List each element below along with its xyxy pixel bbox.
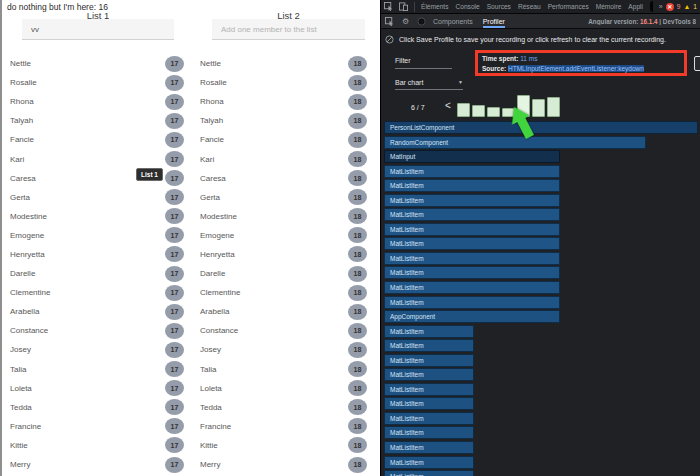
member-row[interactable]: Josey17 xyxy=(2,340,192,359)
member-row[interactable]: Talyah17 xyxy=(2,111,192,130)
member-row[interactable]: Nettle18 xyxy=(192,54,382,73)
flame-bar-appcomponent[interactable]: AppComponent xyxy=(384,310,560,323)
member-row[interactable]: Rosalie17 xyxy=(2,73,192,92)
member-row[interactable]: Talia17 xyxy=(2,360,192,379)
flame-bar-matlistitem[interactable]: MatListItem xyxy=(384,179,560,192)
tab-angular[interactable]: Angular xyxy=(650,1,653,12)
flame-bar-matlistitem[interactable]: MatListItem xyxy=(384,426,474,439)
previous-frame-button[interactable]: < xyxy=(445,100,451,111)
flame-bar-matlistitem[interactable]: MatListItem xyxy=(384,339,474,352)
error-icon[interactable]: ✕ xyxy=(666,3,674,11)
tab-performances[interactable]: Performances xyxy=(548,3,589,10)
tab-réseau[interactable]: Réseau xyxy=(518,3,541,10)
member-row[interactable]: Clementine17 xyxy=(2,283,192,302)
flame-bar-matlistitem[interactable]: MatListItem xyxy=(384,281,560,294)
member-row[interactable]: Gerta18 xyxy=(192,188,382,207)
flame-bar-matlistitem[interactable]: MatListItem xyxy=(384,456,474,469)
warning-icon[interactable]: ▲ xyxy=(683,3,690,10)
member-row[interactable]: Modestine18 xyxy=(192,207,382,226)
tab-mémoire[interactable]: Mémoire xyxy=(596,3,622,10)
flame-bar-matlistitem[interactable]: MatListItem xyxy=(384,441,474,454)
member-row[interactable]: Josey18 xyxy=(192,340,382,359)
flame-bar-matlistitem[interactable]: MatListItem xyxy=(384,194,560,207)
member-row[interactable]: Nettle17 xyxy=(2,54,192,73)
flame-bar-matlistitem[interactable]: MatListItem xyxy=(384,397,474,410)
member-row[interactable]: Tedda17 xyxy=(2,398,192,417)
member-row[interactable]: Constance18 xyxy=(192,321,382,340)
flame-bar-matlistitem[interactable]: MatListItem xyxy=(384,223,560,236)
list1-input[interactable] xyxy=(22,19,174,40)
member-row[interactable]: Emogene18 xyxy=(192,226,382,245)
gear-icon[interactable]: ⚙ xyxy=(401,17,410,26)
member-row[interactable]: Fancie18 xyxy=(192,130,382,149)
member-row[interactable]: Merry18 xyxy=(192,455,382,474)
member-row[interactable]: Tedda18 xyxy=(192,398,382,417)
chart-type-select[interactable]: Bar chart ▼ xyxy=(395,79,463,90)
flame-bar-matlistitem[interactable]: MatListItem xyxy=(384,208,560,221)
flame-bar-matlistitem[interactable]: MatListItem xyxy=(384,237,560,250)
member-row[interactable]: Loleta17 xyxy=(2,379,192,398)
frame-thumbnail-6[interactable] xyxy=(532,99,545,117)
member-row[interactable]: Constance17 xyxy=(2,321,192,340)
member-row[interactable]: Kittie17 xyxy=(2,436,192,455)
tab-profiler[interactable]: Profiler xyxy=(483,14,505,28)
flame-bar-matlistitem[interactable]: MatListItem xyxy=(384,383,474,396)
member-row[interactable]: Francine17 xyxy=(2,417,192,436)
member-row[interactable]: Caresa17 xyxy=(2,169,192,188)
flame-bar-matlistitem[interactable]: MatListItem xyxy=(384,165,560,178)
flame-bar-matlistitem[interactable]: MatListItem xyxy=(384,368,474,381)
tab-sources[interactable]: Sources xyxy=(487,3,511,10)
member-row[interactable]: Arabella17 xyxy=(2,302,192,321)
frame-thumbnail-7[interactable] xyxy=(547,97,560,117)
theme-circle-icon[interactable] xyxy=(417,17,426,26)
tab-éléments[interactable]: Éléments xyxy=(421,3,449,10)
tab-components[interactable]: Components xyxy=(433,14,473,28)
member-row[interactable]: Darelle18 xyxy=(192,264,382,283)
member-row[interactable]: Fancie17 xyxy=(2,130,192,149)
member-row[interactable]: Talia18 xyxy=(192,360,382,379)
member-row[interactable]: Rosalie18 xyxy=(192,73,382,92)
pick-element-icon[interactable] xyxy=(385,17,394,26)
flame-bar-matlistitem[interactable]: MatListItem xyxy=(384,296,560,309)
list2-input[interactable] xyxy=(212,19,365,40)
member-row[interactable]: Rhona17 xyxy=(2,92,192,111)
flame-bar-matlistitem[interactable]: MatListItem xyxy=(384,252,560,265)
member-row[interactable]: Modestine17 xyxy=(2,207,192,226)
member-row[interactable]: Kari18 xyxy=(192,149,382,168)
tab-console[interactable]: Console xyxy=(456,3,480,10)
inspect-element-icon[interactable] xyxy=(384,2,393,11)
member-row[interactable]: Emogene17 xyxy=(2,226,192,245)
flame-bar-matlistitem[interactable]: MatListItem xyxy=(384,325,474,338)
member-row[interactable]: Caresa18 xyxy=(192,169,382,188)
tab-appli[interactable]: Appli xyxy=(628,3,643,10)
frame-thumbnail-2[interactable] xyxy=(472,105,485,117)
warning-count[interactable]: 1 xyxy=(693,3,697,10)
flame-bar-matlistitem[interactable]: MatListItem xyxy=(384,266,560,279)
member-row[interactable]: Henryetta17 xyxy=(2,245,192,264)
flame-bar-matlistitem[interactable]: MatListItem xyxy=(384,470,474,476)
member-age-badge: 18 xyxy=(348,75,367,91)
member-row[interactable]: Henryetta18 xyxy=(192,245,382,264)
view-toggle-button[interactable] xyxy=(694,56,700,71)
device-toolbar-icon[interactable] xyxy=(399,2,408,11)
member-row[interactable]: Talyah18 xyxy=(192,111,382,130)
member-row[interactable]: Arabella18 xyxy=(192,302,382,321)
member-row[interactable]: Darelle17 xyxy=(2,264,192,283)
member-row[interactable]: Kittie18 xyxy=(192,436,382,455)
flame-bar-matinput[interactable]: MatInput xyxy=(384,150,560,163)
member-row[interactable]: Merry17 xyxy=(2,455,192,474)
member-row[interactable]: Francine18 xyxy=(192,417,382,436)
member-row[interactable]: Rhona18 xyxy=(192,92,382,111)
flame-row: MatListItem xyxy=(384,325,700,340)
filter-input[interactable]: Filter xyxy=(395,57,452,69)
member-row[interactable]: Clementine18 xyxy=(192,283,382,302)
flame-bar-matlistitem[interactable]: MatListItem xyxy=(384,412,474,425)
member-row[interactable]: Loleta18 xyxy=(192,379,382,398)
member-row[interactable]: Kari17 xyxy=(2,149,192,168)
more-tabs-icon[interactable]: » xyxy=(659,3,663,10)
frame-thumbnail-3[interactable] xyxy=(487,107,500,117)
member-row[interactable]: Gerta17 xyxy=(2,188,192,207)
frame-thumbnail-1[interactable] xyxy=(457,103,470,117)
flame-bar-matlistitem[interactable]: MatListItem xyxy=(384,354,474,367)
error-count[interactable]: 9 xyxy=(677,3,681,10)
